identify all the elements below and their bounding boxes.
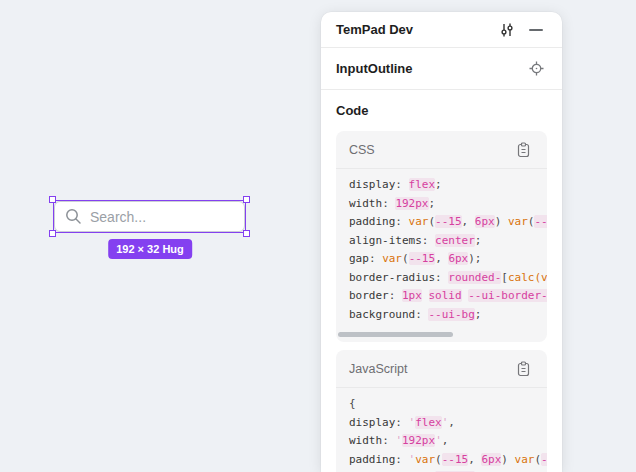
code-section: Code CSS display: flex;width: 192px;padd… (321, 90, 562, 472)
css-block-header: CSS (336, 131, 547, 169)
selection-size-badge: 192 × 32 Hug (108, 239, 192, 259)
javascript-block-label: JavaScript (349, 362, 512, 376)
panel-title: TemPad Dev (336, 22, 496, 37)
tempad-dev-panel: TemPad Dev InputOutline (321, 12, 562, 472)
code-section-title: Code (336, 103, 547, 118)
css-code-block: CSS display: flex;width: 192px;padding: … (336, 131, 547, 342)
horizontal-scrollbar (338, 332, 545, 337)
javascript-code-area[interactable]: { display: 'flex', width: '192px', paddi… (336, 388, 547, 472)
panel-header: TemPad Dev (321, 12, 562, 48)
minimize-icon[interactable] (525, 19, 547, 41)
component-name: InputOutline (336, 61, 525, 76)
search-icon (65, 208, 82, 225)
scrollbar-thumb[interactable] (338, 332, 453, 337)
copy-clipboard-icon[interactable] (512, 139, 534, 161)
css-block-label: CSS (349, 143, 512, 157)
search-placeholder-text: Search... (90, 209, 146, 225)
copy-clipboard-icon[interactable] (512, 358, 534, 380)
crosshair-locate-icon[interactable] (525, 58, 547, 80)
css-code-area[interactable]: display: flex;width: 192px;padding: var(… (336, 169, 547, 328)
settings-sliders-icon[interactable] (496, 19, 518, 41)
javascript-block-header: JavaScript (336, 350, 547, 388)
javascript-code-block: JavaScript { display: 'flex', width: '19… (336, 350, 547, 472)
search-input-component[interactable]: Search... (54, 201, 245, 232)
selection-handle-bottom-left[interactable] (49, 230, 56, 237)
selection-handle-top-right[interactable] (243, 196, 250, 203)
selection-handle-bottom-right[interactable] (243, 230, 250, 237)
selected-component-row: InputOutline (321, 48, 562, 90)
